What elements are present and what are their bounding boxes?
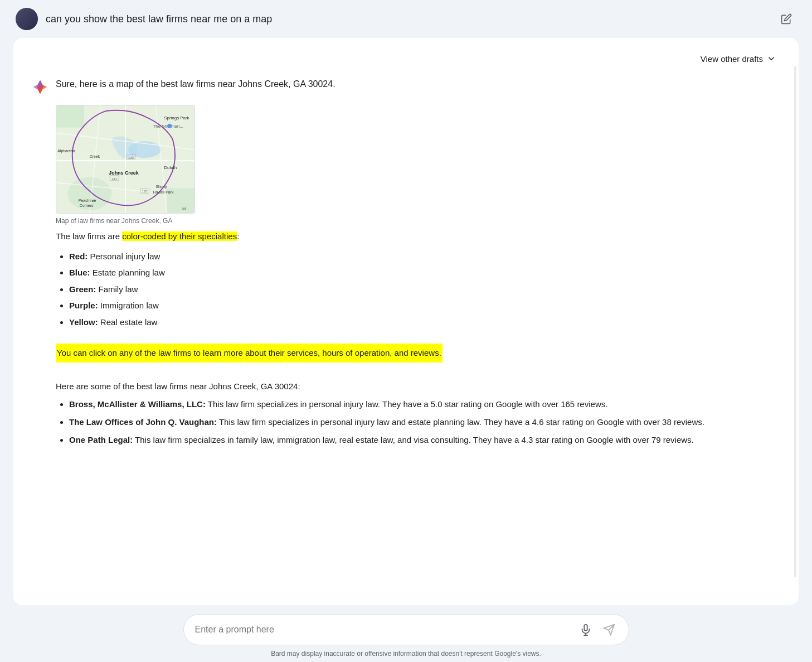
svg-text:Creek: Creek: [90, 154, 100, 158]
microphone-button[interactable]: [577, 621, 594, 638]
svg-text:Corners: Corners: [80, 204, 94, 207]
color-coded-highlight: color-coded by their specialties: [122, 231, 237, 241]
svg-point-13: [167, 124, 172, 128]
firms-intro-text: Here are some of the best law firms near…: [56, 379, 781, 394]
list-item: Blue: Estate planning law: [69, 265, 781, 280]
list-item: Bross, McAllister & Williams, LLC: This …: [69, 398, 781, 411]
specialty-color-yellow: Yellow:: [69, 317, 98, 327]
bottom-bar: Bard may display inaccurate or offensive…: [0, 605, 812, 662]
avatar: [16, 8, 38, 30]
disclaimer-text: Bard may display inaccurate or offensive…: [271, 650, 541, 658]
content-body: The law firms are color-coded by their s…: [56, 229, 781, 447]
color-coded-prefix: The law firms are: [56, 231, 122, 241]
app-container: can you show the best law firms near me …: [0, 0, 812, 662]
map-image: Springs Park The Sherman... Alpharetta J…: [56, 105, 195, 214]
response-header: Sure, here is a map of the best law firm…: [31, 77, 781, 96]
specialty-color-blue: Blue:: [69, 268, 90, 277]
avatar-image: [16, 8, 38, 30]
svg-text:Johns Creek: Johns Creek: [109, 170, 138, 176]
specialty-desc-red: Personal injury law: [90, 252, 161, 261]
svg-text:Alpharetta: Alpharetta: [57, 149, 75, 153]
specialty-desc-purple: Immigration law: [100, 301, 159, 310]
list-item: Purple: Immigration law: [69, 298, 781, 313]
map-svg: Springs Park The Sherman... Alpharetta J…: [56, 105, 195, 213]
specialty-desc-blue: Estate planning law: [93, 268, 165, 277]
svg-text:Shorty: Shorty: [155, 185, 167, 189]
edit-prompt-button[interactable]: [776, 9, 796, 29]
specialty-color-red: Red:: [69, 252, 87, 261]
list-item: The Law Offices of John Q. Vaughan: This…: [69, 415, 781, 429]
firm-1-name: Bross, McAllister & Williams, LLC:: [69, 399, 206, 409]
specialty-desc-green: Family law: [99, 284, 138, 294]
pencil-icon: [781, 13, 792, 25]
svg-text:Peachtree: Peachtree: [79, 199, 96, 202]
response-intro-text: Sure, here is a map of the best law firm…: [56, 77, 336, 91]
firm-2-name: The Law Offices of John Q. Vaughan:: [69, 417, 217, 427]
input-row: [183, 614, 629, 645]
prompt-input[interactable]: [195, 625, 571, 635]
list-item: One Path Legal: This law firm specialize…: [69, 433, 781, 447]
map-caption: Map of law firms near Johns Creek, GA: [56, 217, 195, 225]
svg-text:141: 141: [111, 177, 117, 181]
microphone-icon: [580, 624, 592, 636]
color-coded-paragraph: The law firms are color-coded by their s…: [56, 229, 781, 244]
list-item: Green: Family law: [69, 282, 781, 297]
svg-rect-2: [56, 105, 84, 128]
specialty-desc-yellow: Real estate law: [100, 317, 158, 327]
firm-1-desc: This law firm specializes in personal in…: [208, 399, 608, 409]
send-button[interactable]: [601, 621, 617, 638]
drafts-label: View other drafts: [701, 54, 763, 64]
specialty-color-purple: Purple:: [69, 301, 98, 310]
specialty-color-green: Green:: [69, 284, 96, 294]
chevron-down-icon: [766, 54, 776, 64]
view-other-drafts-button[interactable]: View other drafts: [696, 51, 781, 66]
clickable-note-text: You can click on any of the law firms to…: [56, 344, 443, 363]
svg-text:Springs Park: Springs Park: [164, 115, 189, 120]
response-card: View other drafts: [13, 38, 799, 605]
list-item: Yellow: Real estate law: [69, 315, 781, 330]
svg-text:Howell Park: Howell Park: [153, 190, 173, 194]
user-prompt-text: can you show the best law firms near me …: [46, 13, 769, 25]
firms-list: Bross, McAllister & Williams, LLC: This …: [56, 398, 781, 447]
svg-text:M: M: [182, 206, 186, 211]
color-coded-suffix: :: [237, 231, 239, 241]
svg-text:120: 120: [142, 190, 148, 193]
svg-text:120: 120: [128, 156, 134, 160]
firm-3-name: One Path Legal:: [69, 435, 133, 444]
clickable-note-paragraph: You can click on any of the law firms to…: [56, 335, 781, 371]
svg-text:Duluth: Duluth: [164, 165, 177, 170]
drafts-row: View other drafts: [31, 51, 781, 66]
firm-3-desc: This law firm specializes in family law,…: [135, 435, 694, 444]
map-container: Springs Park The Sherman... Alpharetta J…: [56, 105, 195, 225]
prompt-bar: can you show the best law firms near me …: [0, 0, 812, 38]
firm-2-desc: This law firm specializes in personal in…: [219, 417, 704, 427]
list-item: Red: Personal injury law: [69, 249, 781, 264]
send-icon: [603, 624, 615, 636]
specialty-list: Red: Personal injury law Blue: Estate pl…: [56, 249, 781, 330]
svg-rect-29: [584, 625, 587, 631]
bard-icon: [31, 78, 49, 96]
